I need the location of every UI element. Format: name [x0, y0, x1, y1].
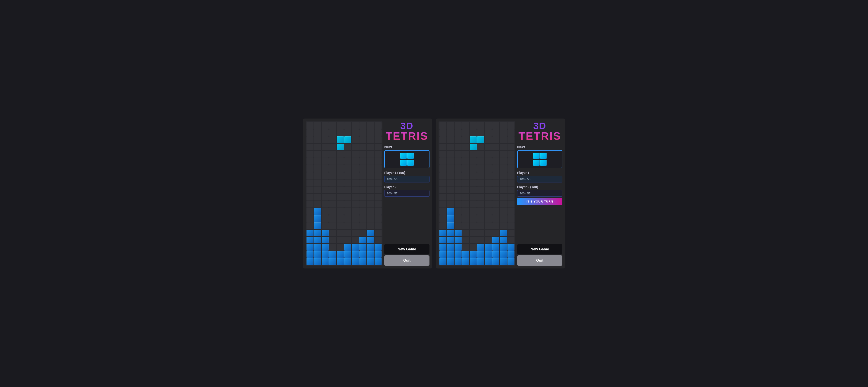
cell: [337, 215, 344, 222]
cell: [307, 144, 313, 150]
cell: [477, 222, 484, 229]
cell: [485, 194, 492, 201]
cell: [360, 136, 366, 143]
cell: [447, 144, 454, 150]
cell: [337, 251, 344, 258]
cell: [375, 251, 381, 258]
player1-label-2: Player 1: [517, 171, 562, 175]
board-container-1: [306, 121, 382, 266]
cell: [439, 144, 446, 150]
cell: [367, 194, 374, 201]
cell: [477, 237, 484, 243]
cell: [314, 165, 321, 172]
player2-score-1: 300 - 57: [384, 190, 430, 197]
cell: [375, 186, 381, 193]
cell: [500, 201, 507, 208]
new-game-button-2[interactable]: New Game: [517, 244, 562, 254]
cell: [360, 122, 366, 129]
title-block-1: 3D TETRIS: [384, 121, 430, 142]
cell: [360, 201, 366, 208]
cell: [507, 251, 515, 258]
cell: [447, 129, 454, 136]
cell: [344, 122, 351, 129]
cell: [375, 151, 381, 157]
cell: [507, 144, 515, 150]
cell: [455, 215, 462, 222]
cell: [507, 215, 515, 222]
cell: [500, 151, 507, 157]
cell: [462, 230, 469, 236]
cell: [447, 122, 454, 129]
cell: [314, 129, 321, 136]
tetris-board-1: [306, 121, 382, 266]
cell: [455, 129, 462, 136]
new-game-button-1[interactable]: New Game: [384, 244, 430, 254]
cell: [477, 151, 484, 157]
cell: [470, 208, 477, 215]
cell: [375, 244, 381, 251]
cell: [314, 215, 321, 222]
cell: [447, 230, 454, 236]
cell: [344, 258, 351, 265]
title-tetris-2: TETRIS: [517, 131, 562, 142]
cell: [470, 179, 477, 186]
cell: [447, 165, 454, 172]
cell: [360, 144, 366, 150]
cell: [492, 222, 499, 229]
cell: [462, 151, 469, 157]
cell: [307, 158, 313, 165]
cell: [344, 144, 351, 150]
cell: [455, 244, 462, 251]
cell: [485, 251, 492, 258]
cell: [322, 230, 329, 236]
cell: [485, 230, 492, 236]
cell: [360, 165, 366, 172]
cell: [470, 251, 477, 258]
player2-label-2: Player 2 (You): [517, 185, 562, 189]
cell: [375, 215, 381, 222]
cell: [360, 237, 366, 243]
cell: [314, 244, 321, 251]
cell: [322, 122, 329, 129]
cell: [485, 179, 492, 186]
cell: [500, 165, 507, 172]
cell: [307, 129, 313, 136]
cell: [447, 244, 454, 251]
quit-button-2[interactable]: Quit: [517, 255, 562, 266]
cell: [329, 230, 336, 236]
cell: [367, 172, 374, 179]
cell: [455, 237, 462, 243]
cell: [352, 158, 359, 165]
cell: [307, 237, 313, 243]
cell: [360, 129, 366, 136]
cell: [329, 237, 336, 243]
cell: [500, 144, 507, 150]
cell: [470, 201, 477, 208]
cell: [360, 258, 366, 265]
cell: [507, 201, 515, 208]
cell: [307, 208, 313, 215]
cell: [344, 222, 351, 229]
cell: [307, 215, 313, 222]
cell: [314, 151, 321, 157]
cell: [500, 222, 507, 229]
cell: [367, 165, 374, 172]
cell: [462, 258, 469, 265]
game-panel-1: 3D TETRIS Next Player 1 (You) 100 - 53: [303, 118, 432, 269]
quit-button-1[interactable]: Quit: [384, 255, 430, 266]
cell: [360, 230, 366, 236]
cell: [344, 237, 351, 243]
cell: [492, 136, 499, 143]
spacer-2: [517, 208, 562, 241]
board-container-2: [438, 121, 515, 266]
cell: [367, 136, 374, 143]
cell: [329, 122, 336, 129]
cell: [307, 136, 313, 143]
np-cell: [540, 153, 547, 159]
np-cell: [407, 153, 414, 159]
cell: [485, 172, 492, 179]
cell: [337, 122, 344, 129]
cell: [485, 201, 492, 208]
cell: [485, 129, 492, 136]
title-tetris-1: TETRIS: [384, 131, 430, 142]
